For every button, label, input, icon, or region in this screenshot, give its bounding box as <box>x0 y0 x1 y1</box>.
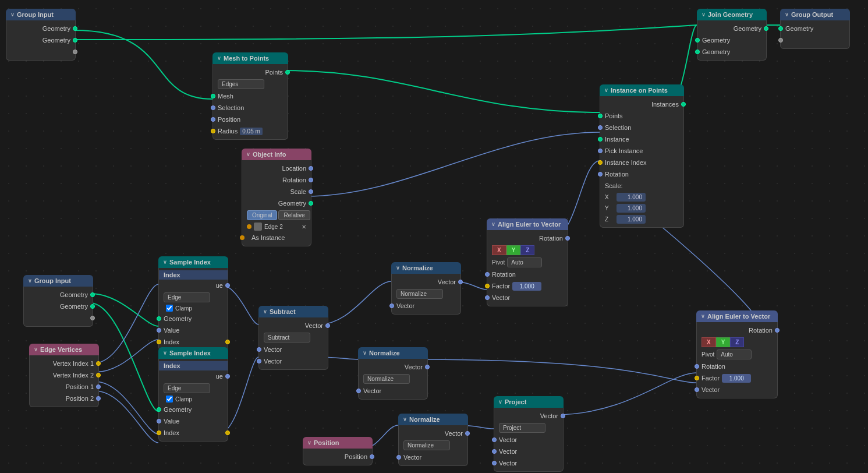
pos-output-row: Position <box>303 451 372 463</box>
iop-scale-z-val[interactable]: 1.000 <box>617 215 646 224</box>
si1-output <box>225 283 230 288</box>
gi2-collapse[interactable]: ∨ <box>28 278 32 284</box>
si1-clamp-row: Clamp <box>159 303 228 313</box>
proj-vec3-input <box>492 461 497 465</box>
si1-output-row: ue <box>159 280 228 291</box>
align-euler-2-node: ∨ Align Euler to Vector Rotation X Y Z P… <box>696 310 778 398</box>
proj-vec-out-row: Vector <box>494 410 563 422</box>
position-input-socket <box>211 117 215 122</box>
si2-clamp-checkbox[interactable] <box>166 396 173 403</box>
oi-collapse[interactable]: ∨ <box>246 151 250 157</box>
aev1-vector-label: Vector <box>492 294 510 301</box>
iop-instance-index-label: Instance Index <box>605 159 647 166</box>
proj-vec1-input <box>492 437 497 442</box>
iop-scale-y-val[interactable]: 1.000 <box>617 204 646 213</box>
ev-vi1-row: Vertex Index 1 <box>30 358 98 369</box>
aev2-factor-val[interactable]: 1.000 <box>722 374 751 383</box>
collapse-icon[interactable]: ∨ <box>10 12 15 17</box>
si1-geo-row: Geometry <box>159 313 228 324</box>
si1-geo-label: Geometry <box>164 315 192 322</box>
aev2-factor-label: Factor <box>702 375 720 382</box>
pos-collapse[interactable]: ∨ <box>307 440 311 446</box>
aev2-z-btn[interactable]: Z <box>730 337 744 347</box>
aev1-rotation-out-label: Rotation <box>539 235 563 242</box>
norm2-mode-dropdown[interactable]: Normalize <box>363 374 410 384</box>
aev2-vector-row: Vector <box>697 384 777 396</box>
scale-output <box>309 189 313 194</box>
norm2-header: ∨ Normalize <box>358 347 428 359</box>
group-output-header: ∨ Group Output <box>780 9 850 20</box>
norm1-mode-dropdown[interactable]: Normalize <box>396 289 443 299</box>
radius-value[interactable]: 0.05 m <box>240 128 263 135</box>
si1-collapse[interactable]: ∨ <box>163 259 167 265</box>
aev1-factor-val[interactable]: 1.000 <box>512 282 541 291</box>
sub-mode-dropdown[interactable]: Subtract <box>264 333 310 343</box>
norm3-vec-label: Vector <box>403 454 421 461</box>
norm3-mode-dropdown[interactable]: Normalize <box>403 440 450 450</box>
aev1-y-btn[interactable]: Y <box>506 245 521 255</box>
jg-geo-label: Geometry <box>734 25 761 32</box>
aev2-rotation-out-label: Rotation <box>749 327 773 334</box>
instance-on-points-node: ∨ Instance on Points Instances Points Se… <box>600 84 684 228</box>
mtp-mode-dropdown[interactable]: Edges Vertices Faces <box>218 79 264 89</box>
edge-vertices-node: ∨ Edge Vertices Vertex Index 1 Vertex In… <box>29 344 99 407</box>
si1-clamp-checkbox[interactable] <box>166 305 173 312</box>
norm1-collapse[interactable]: ∨ <box>396 265 400 271</box>
norm2-collapse[interactable]: ∨ <box>363 350 367 356</box>
relative-btn[interactable]: Relative <box>278 210 310 220</box>
si2-collapse[interactable]: ∨ <box>163 350 167 356</box>
aev2-pivot-dropdown[interactable]: Auto <box>717 350 752 359</box>
aev1-collapse[interactable]: ∨ <box>491 221 495 227</box>
ev-collapse[interactable]: ∨ <box>34 347 38 352</box>
oi-object-name: Edge 2 <box>264 224 283 230</box>
sub-collapse[interactable]: ∨ <box>263 309 267 315</box>
aev2-x-btn[interactable]: X <box>702 337 716 347</box>
iop-instances-label: Instances <box>651 101 679 108</box>
mtp-radius-row: Radius 0.05 m <box>213 125 288 137</box>
proj-mode-row: Project <box>494 422 563 434</box>
aev2-y-btn[interactable]: Y <box>716 337 731 347</box>
norm2-vec-input <box>356 389 361 393</box>
original-btn[interactable]: Original <box>247 210 277 220</box>
iop-scale-x-val[interactable]: 1.000 <box>617 193 646 202</box>
geo2-output-socket <box>73 38 77 43</box>
mesh-label: Mesh <box>218 93 233 100</box>
aev1-rotation-label: Rotation <box>492 271 516 278</box>
oi-close-btn[interactable]: ✕ <box>302 224 306 230</box>
iop-instanceindex-row: Instance Index <box>600 157 683 168</box>
si2-mode-dropdown[interactable]: Edge <box>164 383 210 393</box>
gi2-header: ∨ Group Input <box>23 275 93 287</box>
oi-object-indicator <box>247 224 251 229</box>
group-input-2-node: ∨ Group Input Geometry Geometry <box>23 275 93 327</box>
group-input-1-extra-row <box>6 46 75 58</box>
aev1-x-btn[interactable]: X <box>492 245 506 255</box>
si1-mode-dropdown[interactable]: Edge <box>164 292 210 302</box>
proj-mode-dropdown[interactable]: Project <box>499 423 545 433</box>
proj-vec-out-label: Vector <box>540 412 558 419</box>
iop-points-input <box>598 114 603 118</box>
aev2-collapse[interactable]: ∨ <box>701 313 705 319</box>
jg-collapse[interactable]: ∨ <box>702 12 706 17</box>
aev2-rotation-input-row: Rotation <box>697 361 777 372</box>
aev1-z-btn[interactable]: Z <box>520 245 534 255</box>
proj-vec3-row: Vector <box>494 457 563 469</box>
proj-vec2-input <box>492 449 497 454</box>
mtp-collapse[interactable]: ∨ <box>217 55 221 61</box>
proj-vec2-label: Vector <box>499 448 517 455</box>
norm3-collapse[interactable]: ∨ <box>403 416 407 422</box>
rotation-output <box>309 178 313 182</box>
aev1-pivot-dropdown[interactable]: Auto <box>507 257 542 267</box>
jg-geo1-label: Geometry <box>702 37 730 44</box>
oi-rotation-row: Rotation <box>242 174 311 186</box>
norm1-vec-input <box>389 303 394 308</box>
norm1-vec-out-label: Vector <box>438 278 456 285</box>
iop-collapse[interactable]: ∨ <box>604 87 608 93</box>
proj-collapse[interactable]: ∨ <box>498 399 502 405</box>
norm2-body: Vector Normalize Vector <box>358 359 428 400</box>
jg-geo2-label: Geometry <box>702 48 730 55</box>
go-collapse[interactable]: ∨ <box>785 12 789 17</box>
si1-title: Sample Index <box>169 259 211 266</box>
mtp-mesh-row: Mesh <box>213 90 288 102</box>
group-input-1-title: Group Input <box>17 11 54 18</box>
si2-index-output <box>225 430 230 435</box>
